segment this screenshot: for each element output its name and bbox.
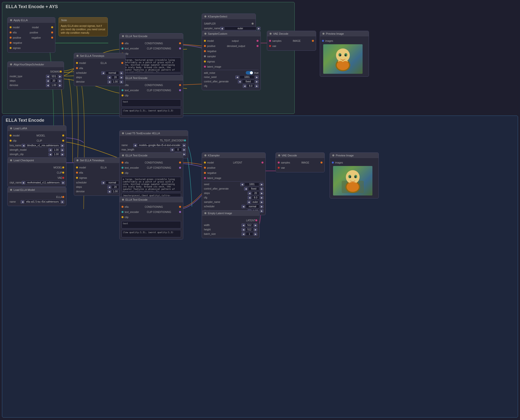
lora-str-clip-next[interactable]: ▶ [61, 153, 64, 156]
eli-height-next[interactable]: ▶ [254, 228, 257, 231]
ctrl-after-prev[interactable]: ◀ [238, 80, 241, 83]
sampler-name-next[interactable]: ▶ [257, 27, 260, 30]
empty-latent-image-node: Empty Latent Image LATENT width ◀ 512 ▶ … [202, 210, 260, 238]
cfg-next[interactable]: ▶ [255, 84, 259, 88]
sts-ella-out [121, 62, 123, 64]
ctrl-after-next[interactable]: ▶ [255, 80, 259, 83]
ks-ctrl-next[interactable]: ▶ [260, 187, 263, 191]
eli-height-prev[interactable]: ◀ [242, 228, 245, 231]
sc-output-out [257, 40, 259, 42]
cfg-prev[interactable]: ◀ [243, 84, 246, 88]
load-t5-header: Load T5 TextEncoder #ELLA [120, 131, 188, 136]
sampler-custom-header: SamplerCustom [202, 31, 260, 36]
ella-model-name-next[interactable]: ▶ [61, 200, 64, 204]
ks-ctrl-val: fixed [248, 187, 259, 191]
eli-batch-prev[interactable]: ◀ [242, 232, 245, 236]
ks-cfg-next[interactable]: ▶ [260, 196, 263, 199]
sts-steps-prev[interactable]: ◀ [107, 76, 111, 79]
ks-sampler-next[interactable]: ▶ [260, 200, 263, 204]
stb-sched-prev[interactable]: ◀ [101, 181, 105, 184]
lora-str-clip-prev[interactable]: ◀ [48, 153, 52, 156]
te2-text1[interactable]: text [122, 99, 181, 107]
lora-name-val: blindbox_v1_mix.safetensors [26, 144, 60, 147]
note-node: Note Apply ELLA also accept sigmas, but … [59, 17, 108, 36]
lora-str-model-prev[interactable]: ◀ [48, 148, 52, 152]
ella-model-out [62, 196, 64, 198]
ks-steps-next[interactable]: ▶ [260, 192, 263, 195]
ks-ctrl-prev[interactable]: ◀ [244, 187, 247, 191]
te3-text1[interactable]: a large, textured green crocodile lying … [122, 177, 181, 192]
align-your-steps-node: AlignYourStepsScheduler SIGMAS model_typ… [7, 61, 64, 90]
eli-width-prev[interactable]: ◀ [242, 224, 245, 227]
ksampler-bottom-header: KSampler [202, 153, 265, 158]
te1-text1[interactable]: a large, textured green crocodile lying … [122, 58, 181, 72]
stb-denoise-prev[interactable]: ◀ [107, 190, 111, 193]
sampler-name-prev[interactable]: ◀ [220, 27, 224, 30]
ays-steps-next[interactable]: ▶ [58, 79, 62, 83]
te2-clip-cond-out [179, 89, 181, 91]
sts-steps-next[interactable]: ▶ [120, 76, 123, 79]
load-checkpoint-title: Load Checkpoint [14, 159, 34, 162]
set-ts-top-title: Set ELLA Timesteps [80, 54, 104, 57]
te2-text2[interactable]: (low quality:1.3), (worst quality:1.3) [122, 108, 181, 116]
note-text: Apply ELLA also accept sigmas, but if yo… [61, 25, 105, 34]
lora-name-prev[interactable]: ◀ [22, 144, 25, 147]
lora-name-next[interactable]: ▶ [61, 144, 64, 147]
stb-steps-prev[interactable]: ◀ [107, 185, 111, 189]
sampler-custom-title: SamplerCustom [208, 32, 227, 35]
empty-latent-header: Empty Latent Image [202, 210, 259, 216]
ays-model-next[interactable]: ▶ [58, 75, 62, 78]
te4-text2[interactable]: (low quality:1.3), (worst quality:1.3) [122, 230, 181, 237]
noise-seed-val: 1001 [240, 75, 254, 79]
t5-name-prev[interactable]: ◀ [133, 144, 137, 147]
load-ella-dot [10, 189, 12, 191]
vae-decode-bottom-dot [278, 154, 280, 156]
t5-maxlen-prev[interactable]: ◀ [170, 148, 174, 151]
t5-name-next[interactable]: ▶ [183, 144, 186, 147]
lora-clip-out [62, 140, 64, 142]
ella-text-encode-2-header: ELLA Text Encode [120, 75, 183, 81]
t5-maxlen-next[interactable]: ▶ [183, 148, 186, 151]
port-positive-out [51, 31, 53, 33]
sts-denoise-prev[interactable]: ◀ [107, 80, 111, 84]
te4-text1[interactable]: text [122, 221, 181, 228]
apply-ella-title: Apply ELLA [14, 19, 28, 22]
eli-width-next[interactable]: ▶ [254, 224, 257, 227]
lora-str-model-next[interactable]: ▶ [61, 148, 64, 152]
ckpt-name-prev[interactable]: ◀ [22, 181, 25, 184]
svg-point-5 [345, 55, 346, 56]
add-noise-toggle[interactable] [246, 71, 253, 75]
ays-denoise-next[interactable]: ▶ [58, 84, 62, 87]
ks-cfg-prev[interactable]: ◀ [248, 196, 251, 199]
te3-clip-in [122, 172, 123, 174]
ckpt-name-next[interactable]: ▶ [61, 181, 65, 184]
ks-sampler-prev[interactable]: ◀ [247, 200, 251, 204]
ays-denoise-val: 1.00 [50, 83, 58, 87]
sts-sched-prev[interactable]: ◀ [101, 71, 105, 75]
ays-denoise-prev[interactable]: ◀ [46, 84, 49, 87]
vae-decode-bottom-header: VAE Decode [276, 153, 324, 158]
preview-image-top-node: Preview Image images [320, 31, 369, 77]
ks-denoise-next[interactable]: ▶ [260, 209, 263, 213]
ks-sched-prev[interactable]: ◀ [242, 205, 245, 208]
ks-sched-next[interactable]: ▶ [260, 205, 263, 208]
sts-denoise-next[interactable]: ▶ [120, 80, 123, 84]
sts-sched-next[interactable]: ▶ [120, 71, 123, 75]
noise-seed-prev[interactable]: ◀ [235, 75, 239, 79]
preview-image-top-header: Preview Image [320, 31, 369, 36]
ella-model-name-prev[interactable]: ◀ [21, 200, 24, 204]
ks-steps-prev[interactable]: ◀ [248, 192, 251, 195]
ays-steps-prev[interactable]: ◀ [46, 79, 49, 83]
ks-seed-prev[interactable]: ◀ [240, 183, 244, 186]
stb-sigmas-in [76, 177, 78, 179]
eli-width-val: 512 [246, 223, 253, 227]
ays-model-prev[interactable]: ◀ [46, 75, 49, 78]
te4-encoder-in [122, 211, 123, 213]
eli-batch-next[interactable]: ▶ [254, 232, 257, 236]
ksampler-select-node: KSamplerSelect SAMPLER sampler_name ◀ eu… [202, 14, 256, 33]
ckpt-name-val: revAnimated_v11.safetensors [26, 181, 61, 184]
ks-seed-next[interactable]: ▶ [260, 183, 263, 186]
load-ella-model-node: Load ELLA Model ELLA name ◀ ella-sd1.5-t… [7, 187, 66, 206]
vae-decode-bottom-node: VAE Decode samples IMAGE vae [275, 152, 325, 172]
noise-seed-next[interactable]: ▶ [255, 75, 259, 79]
